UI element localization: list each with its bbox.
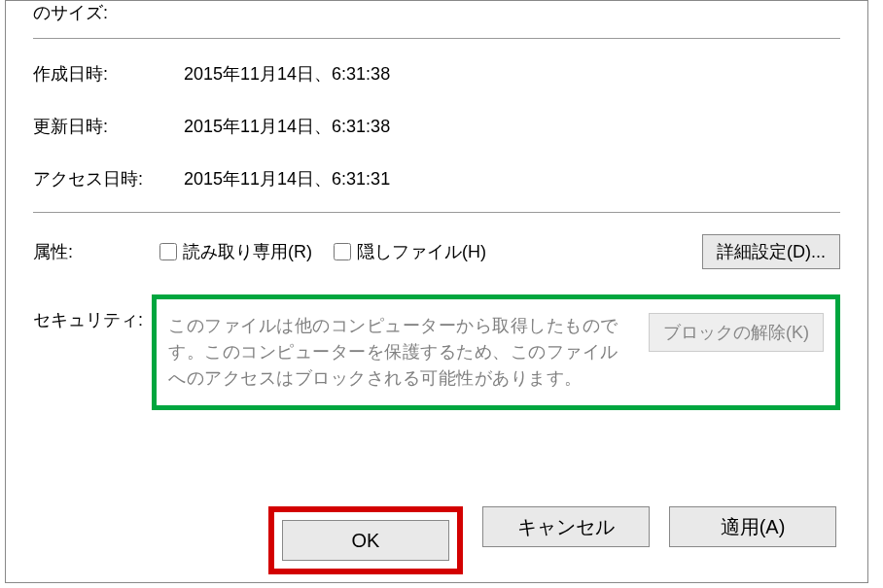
security-row: セキュリティ: このファイルは他のコンピューターから取得したものです。このコンピ…	[33, 291, 840, 410]
cancel-button[interactable]: キャンセル	[482, 506, 650, 547]
size-on-disk-label: のサイズ:	[33, 1, 184, 24]
accessed-label: アクセス日時:	[33, 167, 184, 190]
ok-highlight: OK	[268, 506, 463, 574]
modified-label: 更新日時:	[33, 115, 184, 138]
dialog-button-row: OK キャンセル 適用(A)	[6, 506, 867, 574]
security-highlight: このファイルは他のコンピューターから取得したものです。このコンピューターを保護す…	[152, 294, 840, 410]
security-text: このファイルは他のコンピューターから取得したものです。このコンピューターを保護す…	[168, 313, 631, 392]
created-label: 作成日時:	[33, 62, 184, 86]
security-label: セキュリティ:	[33, 291, 152, 331]
hidden-checkbox-wrap[interactable]: 隠しファイル(H)	[334, 240, 486, 263]
hidden-checkbox[interactable]	[334, 243, 351, 260]
size-row: のサイズ:	[33, 1, 840, 24]
attributes-row: 属性: 読み取り専用(R) 隠しファイル(H) 詳細設定(D)...	[33, 234, 840, 269]
divider-1	[33, 38, 840, 39]
advanced-button[interactable]: 詳細設定(D)...	[702, 234, 840, 269]
readonly-checkbox[interactable]	[159, 243, 177, 260]
accessed-row: アクセス日時: 2015年11月14日、6:31:31	[33, 167, 840, 190]
accessed-value: 2015年11月14日、6:31:31	[184, 167, 840, 190]
readonly-checkbox-wrap[interactable]: 読み取り専用(R)	[159, 240, 312, 263]
readonly-checkbox-label: 読み取り専用(R)	[183, 240, 312, 263]
properties-dialog: のサイズ: 作成日時: 2015年11月14日、6:31:38 更新日時: 20…	[5, 0, 868, 583]
modified-row: 更新日時: 2015年11月14日、6:31:38	[33, 115, 840, 138]
unblock-button[interactable]: ブロックの解除(K)	[649, 313, 824, 352]
created-row: 作成日時: 2015年11月14日、6:31:38	[33, 62, 840, 86]
ok-button[interactable]: OK	[282, 520, 449, 561]
attributes-label: 属性:	[33, 240, 159, 263]
hidden-checkbox-label: 隠しファイル(H)	[357, 240, 486, 263]
apply-button[interactable]: 適用(A)	[669, 506, 836, 547]
created-value: 2015年11月14日、6:31:38	[184, 62, 840, 86]
modified-value: 2015年11月14日、6:31:38	[184, 115, 840, 138]
divider-2	[33, 212, 840, 213]
